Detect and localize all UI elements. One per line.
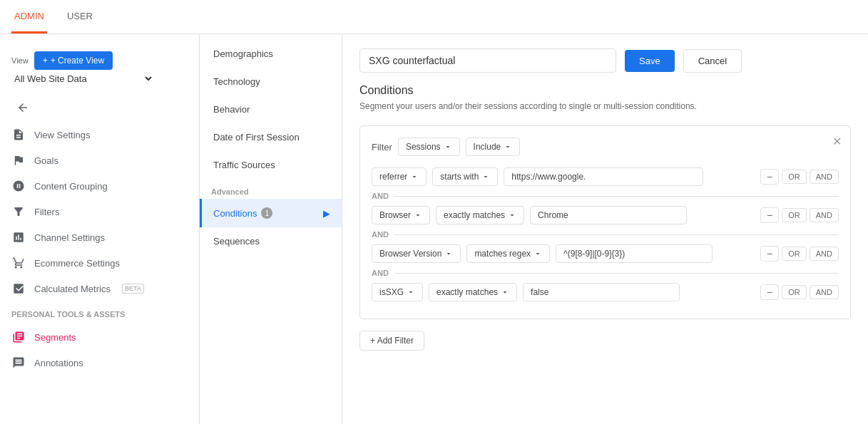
remove-filter-row-1[interactable]: −	[760, 169, 779, 185]
filter-icon	[11, 205, 26, 219]
match-select-exactly-matches-1[interactable]: exactly matches	[436, 206, 524, 224]
middle-panel: Demographics Technology Behavior Date of…	[200, 34, 342, 424]
sidebar-item-label: Content Grouping	[34, 181, 108, 192]
top-nav: ADMIN USER	[0, 0, 868, 34]
document-icon	[11, 128, 26, 142]
sidebar-item-filters[interactable]: Filters	[0, 199, 199, 224]
sidebar-item-label: Goals	[34, 155, 58, 166]
back-button[interactable]	[11, 96, 34, 119]
personal-tools-label: PERSONAL TOOLS & ASSETS	[0, 310, 199, 319]
mid-item-sequences[interactable]: Sequences	[200, 227, 342, 255]
main-content: Save Cancel Conditions Segment your user…	[342, 34, 868, 424]
back-icon	[16, 101, 29, 114]
segments-icon	[11, 330, 26, 344]
sidebar-item-label: Calculated Metrics	[34, 284, 111, 294]
create-view-plus-icon: +	[43, 56, 48, 66]
remove-filter-row-3[interactable]: −	[760, 246, 779, 262]
filter-row-2: Browser exactly matches − OR AND	[372, 206, 839, 224]
match-select-exactly-matches-2[interactable]: exactly matches	[429, 283, 517, 301]
mid-item-conditions[interactable]: Conditions 1 ▶	[200, 199, 342, 227]
include-select[interactable]: Include	[466, 138, 521, 156]
sidebar-item-label: Annotations	[34, 358, 83, 368]
or-filter-row-1[interactable]: OR	[782, 170, 807, 184]
filter-row-1: referrer starts with − OR AND	[372, 167, 839, 186]
ecommerce-icon	[11, 256, 26, 270]
remove-filter-row-2[interactable]: −	[760, 207, 779, 223]
create-view-button[interactable]: + + Create View	[34, 51, 113, 70]
mid-item-traffic-sources[interactable]: Traffic Sources	[200, 151, 342, 179]
field-select-browser[interactable]: Browser	[372, 206, 430, 224]
filter-box: Filter Sessions Include ✕ referrer	[359, 125, 851, 319]
filter-value-input-3[interactable]	[556, 244, 713, 263]
filter-row-4: isSXG exactly matches − OR AND	[372, 283, 839, 301]
beta-badge: BETA	[122, 284, 144, 294]
or-filter-row-4[interactable]: OR	[782, 285, 807, 299]
add-filter-button[interactable]: + Add Filter	[359, 331, 424, 351]
conditions-subtitle: Segment your users and/or their sessions…	[359, 101, 851, 111]
save-button[interactable]: Save	[625, 50, 675, 72]
conditions-label: Conditions	[213, 208, 257, 219]
sidebar-item-segments[interactable]: Segments	[0, 324, 199, 350]
filter-name-input[interactable]	[359, 48, 616, 73]
filter-close-button[interactable]: ✕	[832, 135, 842, 148]
sidebar-item-goals[interactable]: Goals	[0, 148, 199, 173]
conditions-title: Conditions	[359, 84, 851, 97]
view-select[interactable]: All Web Site Data	[11, 73, 154, 85]
filter-header-label: Filter	[372, 142, 392, 152]
filter-row-3: Browser Version matches regex − OR AND	[372, 244, 839, 263]
and-divider-2: AND	[372, 230, 839, 239]
filter-value-input-1[interactable]	[504, 167, 703, 186]
match-select-starts-with[interactable]: starts with	[432, 167, 498, 186]
and-divider-3: AND	[372, 269, 839, 277]
calculated-icon	[11, 281, 26, 296]
sidebar-item-annotations[interactable]: Annotations	[0, 350, 199, 376]
and-filter-row-1[interactable]: AND	[810, 170, 839, 184]
field-select-issxg[interactable]: isSXG	[372, 283, 423, 301]
grouping-icon	[11, 179, 26, 193]
sidebar-item-calculated-metrics[interactable]: Calculated Metrics BETA	[0, 276, 199, 301]
sidebar-item-view-settings[interactable]: View Settings	[0, 122, 199, 148]
sidebar-item-ecommerce[interactable]: Ecommerce Settings	[0, 250, 199, 276]
or-filter-row-3[interactable]: OR	[782, 247, 807, 261]
remove-filter-row-4[interactable]: −	[760, 284, 779, 300]
sidebar-item-label: Ecommerce Settings	[34, 258, 120, 269]
and-divider-1: AND	[372, 192, 839, 200]
cancel-button[interactable]: Cancel	[683, 49, 742, 73]
sidebar-item-label: Filters	[34, 207, 59, 217]
mid-item-behavior[interactable]: Behavior	[200, 95, 342, 123]
sidebar-item-label: View Settings	[34, 130, 91, 140]
flag-icon	[11, 153, 26, 167]
mid-item-date-of-first-session[interactable]: Date of First Session	[200, 123, 342, 151]
and-filter-row-2[interactable]: AND	[810, 208, 839, 222]
and-filter-row-4[interactable]: AND	[810, 285, 839, 299]
left-sidebar: View + + Create View All Web Site Data V…	[0, 34, 200, 424]
view-label: View	[11, 56, 29, 65]
filter-value-input-2[interactable]	[530, 206, 687, 224]
sessions-select[interactable]: Sessions	[398, 138, 460, 156]
filter-value-input-4[interactable]	[523, 283, 680, 301]
and-filter-row-3[interactable]: AND	[810, 247, 839, 261]
field-select-referrer[interactable]: referrer	[372, 167, 427, 186]
sidebar-item-content-grouping[interactable]: Content Grouping	[0, 173, 199, 199]
nav-item-admin[interactable]: ADMIN	[11, 0, 47, 33]
annotations-icon	[11, 356, 26, 370]
conditions-arrow-icon: ▶	[323, 208, 330, 219]
sidebar-item-channel-settings[interactable]: Channel Settings	[0, 224, 199, 250]
channel-icon	[11, 230, 26, 244]
sidebar-item-label: Segments	[34, 332, 76, 343]
or-filter-row-2[interactable]: OR	[782, 208, 807, 222]
conditions-badge: 1	[261, 207, 272, 219]
match-select-matches-regex[interactable]: matches regex	[466, 244, 550, 263]
advanced-label: Advanced	[200, 179, 342, 199]
sidebar-item-label: Channel Settings	[34, 232, 105, 243]
mid-item-demographics[interactable]: Demographics	[200, 40, 342, 68]
nav-item-user[interactable]: USER	[64, 0, 96, 33]
mid-item-technology[interactable]: Technology	[200, 68, 342, 95]
field-select-browser-version[interactable]: Browser Version	[372, 244, 461, 263]
